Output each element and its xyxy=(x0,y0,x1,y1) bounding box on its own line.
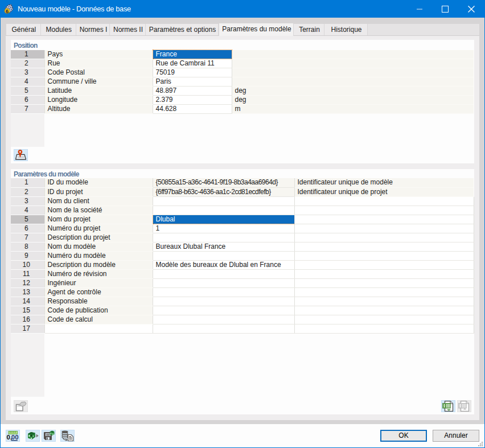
svg-text:6: 6 xyxy=(6,8,9,14)
svg-text:00: 00 xyxy=(11,434,19,441)
